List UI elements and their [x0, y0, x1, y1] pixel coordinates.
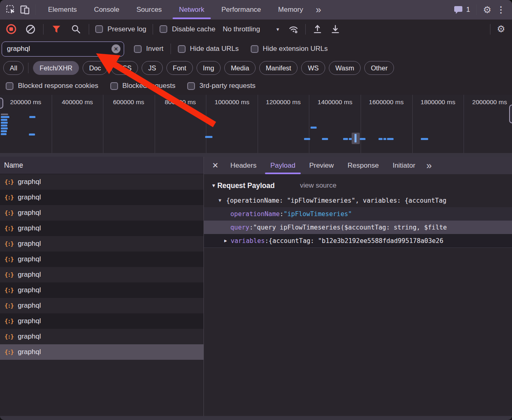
filter-chip-media[interactable]: Media	[224, 61, 256, 75]
network-settings-gear-icon[interactable]: ⚙	[494, 22, 508, 36]
main-tab-elements[interactable]: Elements	[39, 0, 85, 20]
timeline-right-handle[interactable]	[509, 105, 512, 123]
clear-filter-icon[interactable]: ✕	[112, 44, 120, 53]
details-more-tabs-icon[interactable]: »	[422, 161, 435, 171]
main-tab-sources[interactable]: Sources	[128, 0, 170, 20]
json-braces-icon: {:}	[4, 333, 13, 340]
request-name: graphql	[18, 348, 41, 356]
request-row[interactable]: {:}graphql	[0, 236, 203, 252]
filter-input[interactable]	[7, 45, 112, 53]
close-details-icon[interactable]: ✕	[210, 161, 223, 170]
timeline-tick-label: 1800000 ms	[420, 98, 455, 106]
request-row[interactable]: {:}graphql	[0, 313, 203, 329]
request-row[interactable]: {:}graphql	[0, 190, 203, 205]
more-tabs-icon[interactable]: »	[312, 5, 325, 15]
filter-chip-manifest[interactable]: Manifest	[259, 61, 298, 75]
filter-3rd-party-requests-toggle[interactable]: 3rd-party requests	[187, 82, 256, 90]
preserve-log-toggle[interactable]: Preserve log	[95, 25, 146, 33]
timeline-tick-label: 1000000 ms	[214, 98, 249, 106]
hide-extension-urls-toggle[interactable]: Hide extension URLs	[251, 45, 328, 53]
payload-row-variables[interactable]: ▶variables: {accountTag: "b12e3b2192ee55…	[204, 234, 512, 247]
request-row[interactable]: {:}graphql	[0, 282, 203, 298]
main-tab-memory[interactable]: Memory	[269, 0, 311, 20]
detail-tab-initiator[interactable]: Initiator	[386, 157, 422, 174]
settings-gear-icon[interactable]: ⚙	[480, 3, 494, 17]
main-tab-console[interactable]: Console	[85, 0, 128, 20]
payload-summary-row[interactable]: ▼ {operationName: "ipFlowTimeseries", va…	[204, 194, 512, 207]
timeline-request-bar	[1, 130, 7, 132]
timeline-request-bar	[421, 138, 428, 140]
kebab-menu-icon[interactable]: ⋮	[494, 3, 508, 17]
filter-chip-all[interactable]: All	[3, 61, 24, 75]
filter-chip-fetch-xhr[interactable]: Fetch/XHR	[33, 61, 79, 75]
3rd-party-requests-checkbox[interactable]	[187, 82, 195, 90]
collapse-triangle-icon[interactable]: ▼	[211, 183, 216, 188]
timeline-tick-label: 1200000 ms	[266, 98, 300, 106]
request-payload-header[interactable]: ▼ Request Payload view source	[204, 174, 512, 194]
invert-toggle[interactable]: Invert	[134, 45, 164, 53]
main-tabbar: ElementsConsoleSourcesNetworkPerformance…	[0, 0, 512, 20]
request-name: graphql	[18, 193, 41, 201]
payload-row-query[interactable]: query: "query ipFlowTimeseries($accountT…	[204, 221, 512, 234]
blocked-requests-checkbox[interactable]	[110, 82, 118, 90]
detail-tab-preview[interactable]: Preview	[302, 157, 341, 174]
request-row[interactable]: {:}graphql	[0, 252, 203, 267]
filter-chip-js[interactable]: JS	[142, 61, 162, 75]
hide-extension-urls-checkbox[interactable]	[251, 45, 258, 53]
record-network-log-icon[interactable]	[4, 22, 18, 36]
detail-tab-headers[interactable]: Headers	[223, 157, 263, 174]
request-row[interactable]: {:}graphql	[0, 329, 203, 344]
timeline-selected-marker	[354, 134, 357, 142]
filter-chip-wasm[interactable]: Wasm	[329, 61, 361, 75]
name-column-header[interactable]: Name	[0, 157, 203, 174]
request-row[interactable]: {:}graphql	[0, 174, 203, 190]
inspect-element-icon[interactable]	[4, 3, 18, 17]
toolbar-divider	[153, 24, 153, 35]
main-tab-performance[interactable]: Performance	[213, 0, 269, 20]
issues-counter[interactable]: 1	[451, 5, 473, 15]
request-row[interactable]: {:}graphql	[0, 205, 203, 221]
clear-network-log-icon[interactable]	[24, 22, 37, 36]
disable-cache-toggle[interactable]: Disable cache	[160, 25, 215, 33]
payload-colon: :	[265, 237, 269, 245]
invert-checkbox[interactable]	[134, 45, 142, 53]
hide-data-urls-toggle[interactable]: Hide data URLs	[178, 45, 239, 53]
view-source-link[interactable]: view source	[300, 182, 337, 190]
search-icon[interactable]	[69, 22, 83, 36]
device-toolbar-icon[interactable]	[18, 3, 32, 17]
collapse-triangle-icon[interactable]: ▼	[219, 198, 221, 203]
panel-tabs: ElementsConsoleSourcesNetworkPerformance…	[39, 0, 312, 20]
filter-chip-img[interactable]: Img	[197, 61, 221, 75]
request-row[interactable]: {:}graphql	[0, 298, 203, 313]
timeline-left-handle[interactable]	[0, 98, 3, 109]
filter-chip-doc[interactable]: Doc	[83, 61, 107, 75]
network-conditions-icon[interactable]	[287, 22, 300, 36]
detail-tab-response[interactable]: Response	[341, 157, 386, 174]
timeline-request-bar	[1, 114, 8, 115]
main-tab-network[interactable]: Network	[171, 0, 213, 20]
filter-chip-ws[interactable]: WS	[301, 61, 325, 75]
throttling-dropdown[interactable]: No throttling ▼	[223, 25, 280, 33]
request-row[interactable]: {:}graphql	[0, 267, 203, 282]
filter-chip-font[interactable]: Font	[166, 61, 193, 75]
filter-chip-css[interactable]: CSS	[111, 61, 138, 75]
filter-blocked-response-cookies-toggle[interactable]: Blocked response cookies	[6, 82, 98, 90]
filter-chip-other[interactable]: Other	[364, 61, 394, 75]
disable-cache-checkbox[interactable]	[160, 25, 167, 33]
detail-tab-payload[interactable]: Payload	[263, 157, 302, 174]
timeline-tick-label: 1400000 ms	[317, 98, 352, 106]
json-braces-icon: {:}	[4, 302, 13, 309]
import-har-icon[interactable]	[311, 22, 324, 36]
preserve-log-label: Preserve log	[107, 25, 146, 33]
export-har-icon[interactable]	[328, 22, 342, 36]
hide-data-urls-checkbox[interactable]	[178, 45, 186, 53]
request-row[interactable]: {:}graphql	[0, 344, 203, 360]
preserve-log-checkbox[interactable]	[95, 25, 103, 33]
blocked-response-cookies-checkbox[interactable]	[6, 82, 13, 90]
expander-icon[interactable]: ▶	[224, 238, 227, 243]
payload-row-operationname[interactable]: operationName: "ipFlowTimeseries"	[204, 207, 512, 221]
request-row[interactable]: {:}graphql	[0, 221, 203, 236]
hide-data-urls-label: Hide data URLs	[190, 45, 239, 53]
filter-blocked-requests-toggle[interactable]: Blocked requests	[110, 82, 175, 90]
filter-funnel-icon[interactable]	[49, 22, 63, 36]
